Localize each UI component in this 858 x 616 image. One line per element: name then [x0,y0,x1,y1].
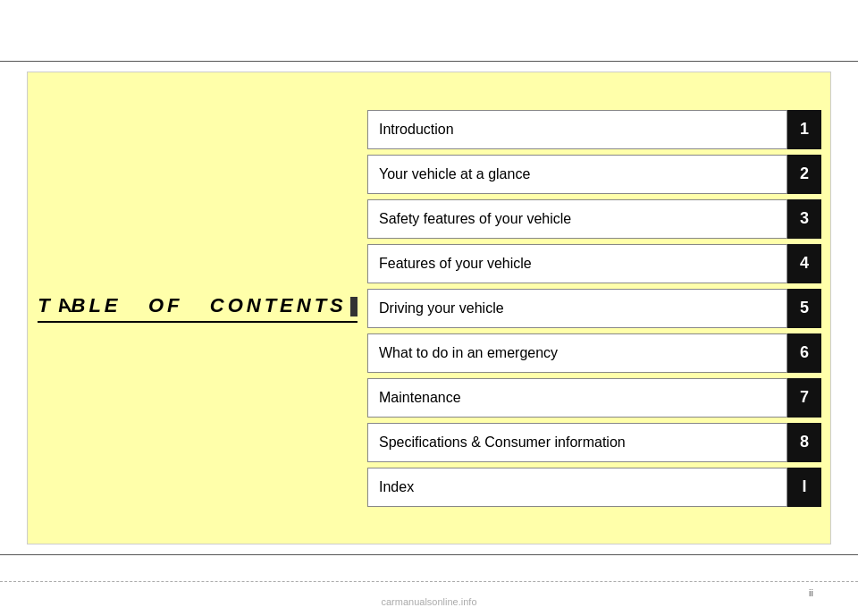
toc-item-label-5: Driving your vehicle [367,289,787,328]
bottom-divider [0,554,858,555]
toc-item-label-4: Features of your vehicle [367,244,787,283]
top-divider [0,61,858,62]
cursor-indicator [350,297,358,316]
reversed-b: A [54,294,72,317]
toc-title: TABLE OF CONTENTS [38,294,358,323]
toc-item-label-9: Index [367,468,787,507]
page-number: ii [809,587,813,598]
toc-item-number-5: 5 [787,289,821,328]
dashed-divider [0,581,858,582]
toc-item-label-8: Specifications & Consumer information [367,423,787,462]
toc-item-number-6: 6 [787,333,821,373]
toc-item-label-3: Safety features of your vehicle [367,199,787,239]
toc-row[interactable]: Maintenance7 [367,378,821,418]
toc-row[interactable]: Safety features of your vehicle3 [367,199,821,239]
toc-row[interactable]: Introduction1 [367,110,821,149]
toc-item-number-7: 7 [787,378,821,418]
toc-list: Introduction1Your vehicle at a glance2Sa… [367,92,830,525]
main-content-area: TABLE OF CONTENTS Introduction1Your vehi… [27,72,831,544]
left-panel: TABLE OF CONTENTS [28,72,367,544]
toc-row[interactable]: Specifications & Consumer information8 [367,423,821,462]
toc-item-number-4: 4 [787,244,821,283]
toc-item-number-8: 8 [787,423,821,462]
toc-item-label-2: Your vehicle at a glance [367,155,787,194]
toc-row[interactable]: Your vehicle at a glance2 [367,155,821,194]
toc-item-label-7: Maintenance [367,378,787,418]
toc-item-label-6: What to do in an emergency [367,333,787,373]
toc-row[interactable]: What to do in an emergency6 [367,333,821,373]
toc-row[interactable]: IndexI [367,468,821,507]
toc-row[interactable]: Driving your vehicle5 [367,289,821,328]
toc-item-number-3: 3 [787,199,821,239]
toc-item-number-2: 2 [787,155,821,194]
toc-item-number-1: 1 [787,110,821,149]
toc-row[interactable]: Features of your vehicle4 [367,244,821,283]
toc-item-number-9: I [787,468,821,507]
watermark: carmanualsonline.info [381,596,476,607]
toc-item-label-1: Introduction [367,110,787,149]
